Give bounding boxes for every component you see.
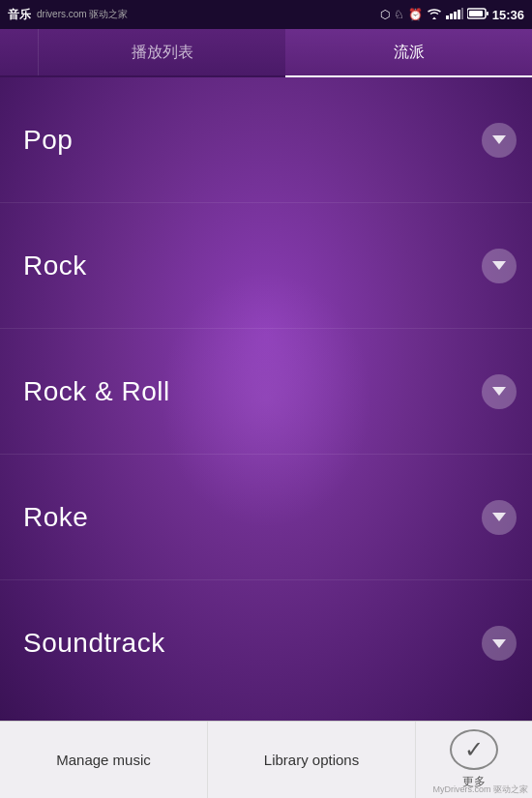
checkmark-icon: ✓ xyxy=(464,736,484,763)
library-options-button[interactable]: Library options xyxy=(208,722,416,798)
battery-icon xyxy=(467,8,488,22)
watermark-text: drivers.com 驱动之家 xyxy=(37,8,128,21)
footer-watermark: MyDrivers.com 驱动之家 xyxy=(433,783,529,796)
svg-rect-7 xyxy=(487,12,488,15)
dropdown-arrow-rock[interactable] xyxy=(482,249,517,283)
genre-name-soundtrack: Soundtrack xyxy=(23,628,165,659)
app-name: 音乐 xyxy=(8,7,31,23)
library-options-label: Library options xyxy=(264,752,359,768)
usb-icon: ⬡ xyxy=(380,8,390,21)
status-right: ⬡ ♘ ⏰ 15:36 xyxy=(380,8,524,22)
svg-rect-6 xyxy=(469,11,483,16)
status-left: 音乐 drivers.com 驱动之家 xyxy=(8,7,128,23)
genre-item-pop[interactable]: Pop xyxy=(0,77,532,203)
dropdown-arrow-soundtrack[interactable] xyxy=(482,626,517,661)
dropdown-arrow-rock-roll[interactable] xyxy=(482,374,517,409)
genre-name-rock: Rock xyxy=(23,251,87,281)
dropdown-arrow-pop[interactable] xyxy=(482,123,517,158)
genre-item-rock-roll[interactable]: Rock & Roll xyxy=(0,329,532,455)
status-time: 15:36 xyxy=(492,8,524,22)
svg-rect-2 xyxy=(454,12,457,19)
alarm-icon: ⏰ xyxy=(408,8,423,21)
manage-music-label: Manage music xyxy=(56,752,151,768)
signal-icon xyxy=(446,8,463,22)
dropdown-arrow-roke[interactable] xyxy=(482,500,517,535)
genre-item-soundtrack[interactable]: Soundtrack xyxy=(0,580,532,706)
tab-bar: 播放列表 流派 xyxy=(0,29,532,77)
genre-name-roke: Roke xyxy=(23,502,88,533)
more-circle-icon: ✓ xyxy=(450,729,498,770)
svg-rect-1 xyxy=(450,14,453,19)
svg-rect-4 xyxy=(461,8,463,19)
tab-partial[interactable] xyxy=(0,29,39,75)
svg-rect-3 xyxy=(458,10,460,19)
bottom-bar: Manage music Library options ✓ 更多 MyDriv… xyxy=(0,721,532,798)
tab-playlist[interactable]: 播放列表 xyxy=(39,29,285,75)
manage-music-button[interactable]: Manage music xyxy=(0,722,208,798)
status-bar: 音乐 drivers.com 驱动之家 ⬡ ♘ ⏰ xyxy=(0,0,532,29)
genre-item-rock[interactable]: Rock xyxy=(0,203,532,329)
genre-name-rock-roll: Rock & Roll xyxy=(23,376,170,407)
svg-rect-0 xyxy=(446,15,449,19)
genre-item-roke[interactable]: Roke xyxy=(0,455,532,580)
person-icon: ♘ xyxy=(394,8,404,21)
wifi-icon xyxy=(427,8,442,22)
main-content: Pop Rock Rock & Roll Roke Soundtrack xyxy=(0,77,532,721)
genre-name-pop: Pop xyxy=(23,125,73,156)
tab-genre[interactable]: 流派 xyxy=(285,29,532,75)
